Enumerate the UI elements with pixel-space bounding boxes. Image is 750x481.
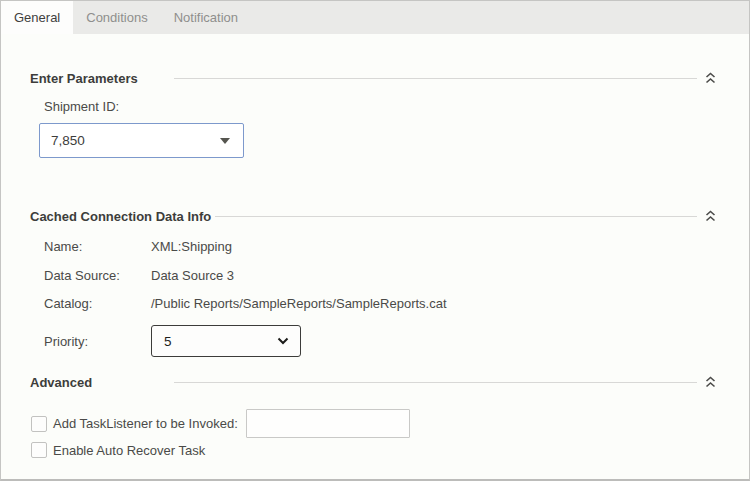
section-title-advanced: Advanced xyxy=(30,375,174,390)
priority-value: 5 xyxy=(152,334,277,349)
priority-select[interactable]: 5 xyxy=(151,325,301,357)
section-divider xyxy=(174,382,697,383)
shipment-id-label: Shipment ID: xyxy=(44,99,749,115)
catalog-label: Catalog: xyxy=(44,296,151,312)
section-title-cached-info: Cached Connection Data Info xyxy=(30,209,215,224)
name-label: Name: xyxy=(44,239,151,255)
double-chevron-up-icon xyxy=(705,210,716,222)
shipment-id-combobox[interactable]: 7,850 xyxy=(39,123,244,158)
auto-recover-label[interactable]: Enable Auto Recover Task xyxy=(53,443,205,458)
section-advanced: Advanced xyxy=(30,374,716,390)
name-value: XML:Shipping xyxy=(151,239,232,255)
tab-notification[interactable]: Notification xyxy=(161,1,251,34)
info-row-data-source: Data Source: Data Source 3 xyxy=(44,268,749,284)
schedule-dialog: General Conditions Notification Enter Pa… xyxy=(0,0,750,481)
info-row-name: Name: XML:Shipping xyxy=(44,239,749,255)
task-listener-input[interactable] xyxy=(246,409,410,438)
data-source-label: Data Source: xyxy=(44,268,151,284)
collapse-button[interactable] xyxy=(704,72,716,84)
tab-bar: General Conditions Notification xyxy=(1,1,749,34)
catalog-value: /Public Reports/SampleReports/SampleRepo… xyxy=(151,296,447,312)
tab-conditions[interactable]: Conditions xyxy=(73,1,160,34)
tab-general[interactable]: General xyxy=(1,1,73,34)
task-listener-row: Add TaskListener to be Invoked: xyxy=(31,409,749,438)
section-cached-info: Cached Connection Data Info xyxy=(30,208,716,224)
shipment-id-value: 7,850 xyxy=(40,133,220,148)
double-chevron-up-icon xyxy=(705,376,716,388)
priority-row: Priority: 5 xyxy=(44,325,749,357)
section-divider xyxy=(215,216,697,217)
auto-recover-checkbox[interactable] xyxy=(31,442,47,458)
triangle-down-icon xyxy=(220,138,230,144)
section-title-enter-parameters: Enter Parameters xyxy=(30,71,174,86)
collapse-button[interactable] xyxy=(704,376,716,388)
priority-label: Priority: xyxy=(44,334,151,349)
section-divider xyxy=(174,78,697,79)
task-listener-checkbox[interactable] xyxy=(31,416,47,432)
general-tab-panel: Enter Parameters Shipment ID: 7,850 Cach… xyxy=(1,34,749,479)
auto-recover-row: Enable Auto Recover Task xyxy=(31,442,749,458)
data-source-value: Data Source 3 xyxy=(151,268,234,284)
task-listener-label[interactable]: Add TaskListener to be Invoked: xyxy=(53,416,238,431)
double-chevron-up-icon xyxy=(705,72,716,84)
section-enter-parameters: Enter Parameters xyxy=(30,70,716,86)
info-row-catalog: Catalog: /Public Reports/SampleReports/S… xyxy=(44,296,749,312)
chevron-down-icon xyxy=(277,337,289,345)
collapse-button[interactable] xyxy=(704,210,716,222)
